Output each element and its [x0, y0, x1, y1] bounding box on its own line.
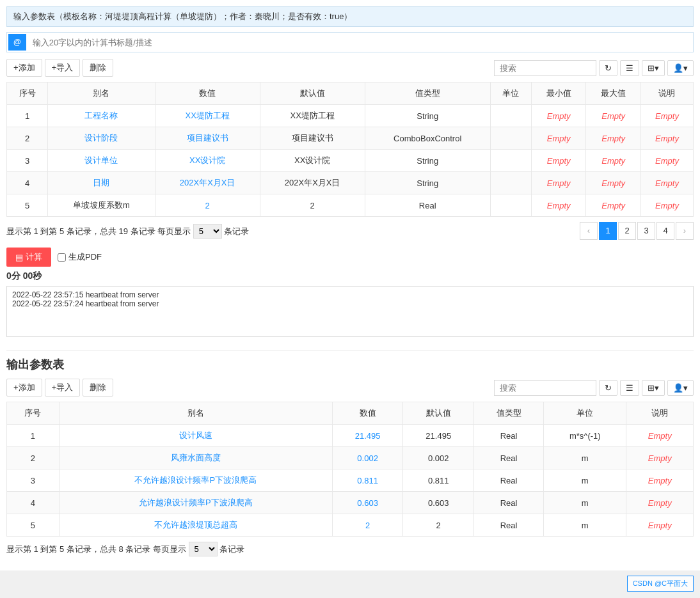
table-row[interactable]: XX堤防工程	[155, 105, 260, 127]
table-row[interactable]: 0.002	[332, 447, 403, 469]
table-row: Empty	[586, 105, 641, 127]
table-row[interactable]: 设计风速	[59, 425, 332, 447]
next-page-btn-1[interactable]: ›	[676, 222, 694, 240]
col-alias: 别名	[48, 83, 155, 105]
import-button-2[interactable]: +导入	[45, 379, 81, 397]
out-col-value: 数值	[332, 402, 403, 425]
table-row	[490, 194, 531, 217]
toolbar1-left: +添加 +导入 删除	[6, 59, 113, 77]
table-row[interactable]: 2	[155, 194, 260, 217]
table-row: XX堤防工程	[260, 105, 365, 127]
table-row[interactable]: XX设计院	[155, 150, 260, 172]
toolbar2: +添加 +导入 删除 ↻ ☰ ⊞▾ 👤▾	[6, 379, 694, 397]
at-badge: @	[8, 34, 26, 51]
table-row: ComboBoxControl	[365, 127, 490, 150]
table-row: m*s^(-1)	[544, 425, 626, 447]
page-btn-1-1[interactable]: 1	[599, 222, 617, 240]
header-title: 输入参数表（模板名称：河堤堤顶高程计算（单坡堤防）；作者：秦晓川；是否有效：tr…	[6, 6, 694, 27]
page-btn-1-3[interactable]: 3	[637, 222, 655, 240]
generate-pdf-checkbox[interactable]	[58, 253, 66, 262]
table-row[interactable]: 202X年X月X日	[155, 172, 260, 194]
table-row: Empty	[531, 105, 586, 127]
out-col-default: 默认值	[403, 402, 474, 425]
table-row: 2	[7, 447, 60, 469]
table-row: 2	[7, 127, 48, 150]
out-col-unit: 单位	[544, 402, 626, 425]
table-row: Empty	[586, 194, 641, 217]
table-row[interactable]: 不允许越浪设计频率P下波浪爬高	[59, 469, 332, 492]
prev-page-btn-1[interactable]: ‹	[580, 222, 598, 240]
table-row[interactable]: 允许越浪设计频率P下波浪爬高	[59, 492, 332, 514]
table-row: Empty	[626, 425, 694, 447]
timer-display: 0分 00秒	[6, 271, 694, 282]
table-row: 4	[7, 172, 48, 194]
calc-button[interactable]: ▤ 计算	[6, 248, 51, 267]
table-row[interactable]: 0.603	[332, 492, 403, 514]
import-button-1[interactable]: +导入	[45, 59, 81, 77]
table-row: m	[544, 492, 626, 514]
grid-button-1[interactable]: ⊞▾	[642, 60, 665, 76]
table-row: 0.811	[403, 469, 474, 492]
table-row: 202X年X月X日	[260, 172, 365, 194]
out-col-alias: 别名	[59, 402, 332, 425]
table-row: Empty	[531, 172, 586, 194]
view-button-1[interactable]: ☰	[620, 60, 639, 76]
col-seq: 序号	[7, 83, 48, 105]
toolbar2-right: ↻ ☰ ⊞▾ 👤▾	[494, 380, 694, 396]
view-button-2[interactable]: ☰	[620, 380, 639, 396]
add-button-1[interactable]: +添加	[6, 59, 42, 77]
refresh-button-2[interactable]: ↻	[599, 380, 617, 396]
pagination1: 显示第 1 到第 5 条记录，总共 19 条记录 每页显示 5 10 20 条记…	[6, 222, 694, 240]
table-row: Real	[474, 425, 544, 447]
out-col-desc: 说明	[626, 402, 694, 425]
table-row[interactable]: 项目建议书	[155, 127, 260, 150]
table-row[interactable]: 风雍水面高度	[59, 447, 332, 469]
settings-button-2[interactable]: 👤▾	[667, 380, 694, 396]
table-row	[490, 127, 531, 150]
delete-button-2[interactable]: 删除	[83, 379, 113, 397]
refresh-button-1[interactable]: ↻	[599, 60, 617, 76]
table-row[interactable]: 工程名称	[48, 105, 155, 127]
toolbar1-right: ↻ ☰ ⊞▾ 👤▾	[494, 60, 694, 76]
page-btn-1-2[interactable]: 2	[618, 222, 636, 240]
page-size-select-2[interactable]: 5 10 20	[189, 542, 218, 556]
page-size-select-1[interactable]: 5 10 20	[193, 224, 222, 239]
table-row: 21.495	[403, 425, 474, 447]
table-row: String	[365, 105, 490, 127]
table-row: Empty	[640, 127, 693, 150]
table-row: 0.002	[403, 447, 474, 469]
table-row: String	[365, 172, 490, 194]
grid-button-2[interactable]: ⊞▾	[642, 380, 665, 396]
table-row[interactable]: 0.811	[332, 469, 403, 492]
calc-row: ▤ 计算 生成PDF	[6, 248, 694, 267]
table-row: Empty	[640, 105, 693, 127]
delete-button-1[interactable]: 删除	[83, 59, 113, 77]
table-row[interactable]: 设计阶段	[48, 127, 155, 150]
table-row: Empty	[640, 150, 693, 172]
table-row[interactable]: 21.495	[332, 425, 403, 447]
table-row: Empty	[640, 172, 693, 194]
col-default: 默认值	[260, 83, 365, 105]
add-button-2[interactable]: +添加	[6, 379, 42, 397]
search-input-1[interactable]	[494, 60, 596, 76]
table-row: m	[544, 469, 626, 492]
pagination2: 显示第 1 到第 5 条记录，总共 8 条记录 每页显示 5 10 20 条记录	[6, 542, 694, 556]
table-row[interactable]: 日期	[48, 172, 155, 194]
generate-pdf-label[interactable]: 生成PDF	[58, 251, 102, 263]
settings-button-1[interactable]: 👤▾	[667, 60, 694, 76]
search-input-2[interactable]	[494, 380, 596, 396]
table-row: 项目建议书	[260, 127, 365, 150]
table-row: Real	[474, 447, 544, 469]
table-row: Empty	[626, 469, 694, 492]
page-btn-1-4[interactable]: 4	[656, 222, 674, 240]
table-row	[490, 172, 531, 194]
table-row[interactable]: 设计单位	[48, 150, 155, 172]
table-row: 1	[7, 425, 60, 447]
table-row[interactable]: 不允许越浪堤顶总超高	[59, 514, 332, 537]
table-row: Empty	[586, 172, 641, 194]
toolbar2-left: +添加 +导入 删除	[6, 379, 113, 397]
title-input[interactable]	[28, 34, 693, 51]
table-row[interactable]: 2	[332, 514, 403, 537]
table-row: 5	[7, 514, 60, 537]
table-row: Empty	[586, 127, 641, 150]
